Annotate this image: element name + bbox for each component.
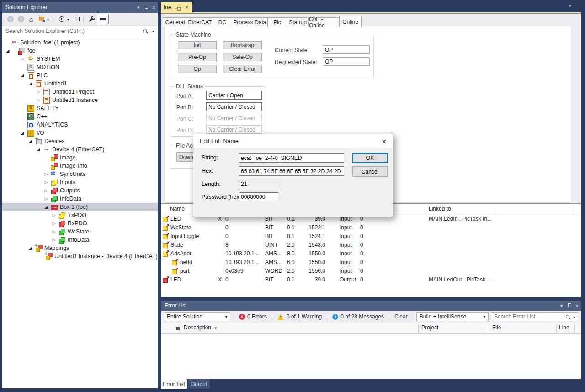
pin-icon[interactable] <box>565 302 573 309</box>
tree-item-system[interactable]: SYSTEM <box>2 55 158 63</box>
pending-changes-filter-icon[interactable] <box>58 15 66 23</box>
expander-icon[interactable] <box>43 178 49 186</box>
document-list-chevron-icon[interactable]: ▼ <box>568 4 572 8</box>
chevron-down-icon[interactable]: ▾ <box>152 29 154 33</box>
tab-output[interactable]: Output <box>188 379 210 389</box>
hex-field[interactable] <box>239 166 344 176</box>
expander-icon[interactable] <box>19 71 26 79</box>
tree-item-txpdo[interactable]: TxPDO <box>2 211 158 219</box>
close-icon[interactable]: × <box>184 4 190 11</box>
close-icon[interactable]: × <box>573 302 581 309</box>
grid-row-wcstate[interactable]: WcState0BIT0.11522.1Input0 <box>161 223 581 232</box>
ok-button[interactable]: OK <box>352 153 388 163</box>
column-header-name[interactable]: Name <box>170 206 185 212</box>
grid-row-adsaddr[interactable]: AdsAddr10.193.20.1...AMS...8.01550.0Inpu… <box>161 249 581 258</box>
tree-item-safety[interactable]: SAFETY <box>2 104 158 112</box>
expander-icon[interactable] <box>43 203 49 211</box>
password-field[interactable] <box>239 192 278 201</box>
close-icon[interactable]: × <box>150 4 158 11</box>
clear-error-button[interactable]: Clear Error <box>223 65 262 73</box>
tree-item-box1-foe[interactable]: Box 1 (foe) <box>2 203 158 211</box>
tab-error-list[interactable]: Error List <box>161 379 187 389</box>
tree-item-motion[interactable]: MOTION <box>2 63 158 71</box>
tab-general[interactable]: General <box>163 17 187 27</box>
sync-active-document-icon[interactable] <box>37 15 46 23</box>
tab-startup[interactable]: Startup <box>287 17 309 27</box>
tree-item-solution[interactable]: Solution 'foe' (1 project) <box>2 38 158 47</box>
expander-icon[interactable] <box>5 47 11 55</box>
tree-item-infodata[interactable]: InfoData <box>2 195 158 203</box>
tab-online[interactable]: Online <box>339 16 362 27</box>
expander-icon[interactable] <box>35 145 42 154</box>
tree-item-mapping-instance[interactable]: Untitled1 Instance - Device 4 (EtherCAT)… <box>2 252 158 260</box>
search-input[interactable] <box>491 313 564 321</box>
tree-item-syncunits[interactable]: SyncUnits <box>2 170 158 178</box>
tree-item-cpp[interactable]: C++ <box>2 112 158 121</box>
preview-selected-items-toggle[interactable] <box>97 14 109 24</box>
cancel-button[interactable]: Cancel <box>352 166 388 177</box>
expander-icon[interactable] <box>19 55 26 63</box>
expander-icon[interactable] <box>35 96 42 104</box>
tree-item-device4-ethercat[interactable]: Device 4 (EtherCAT) <box>2 145 158 154</box>
expander-icon[interactable] <box>35 88 42 96</box>
home-icon[interactable]: ⌂ <box>27 15 35 23</box>
column-header-line[interactable]: Line <box>559 324 569 331</box>
tab-plc[interactable]: Plc <box>268 17 287 27</box>
expander-icon[interactable] <box>51 236 57 244</box>
tree-item-analytics[interactable]: ANALYTICS <box>2 121 158 129</box>
string-field[interactable] <box>239 153 344 163</box>
clear-button[interactable]: Clear <box>393 313 410 320</box>
expander-icon[interactable] <box>51 219 57 228</box>
tab-coe-online[interactable]: CoE - Online <box>309 17 339 27</box>
column-header-description[interactable]: Description▼ <box>184 324 218 331</box>
grid-row-port[interactable]: port0x03e9WORD2.01556.0Input0 <box>161 267 581 275</box>
tree-item-io[interactable]: I/O <box>2 129 158 137</box>
messages-filter-button[interactable]: i 0 of 28 Messages <box>330 313 386 320</box>
tab-ethercat[interactable]: EtherCAT <box>187 17 213 27</box>
expander-icon[interactable] <box>43 195 49 203</box>
expander-icon[interactable] <box>43 186 49 195</box>
properties-wrench-icon[interactable] <box>88 15 96 23</box>
column-header-file[interactable]: File <box>492 324 501 331</box>
init-button[interactable]: Init <box>178 41 217 49</box>
window-menu-chevron-icon[interactable]: ▾ <box>134 4 142 11</box>
document-tab-foe[interactable]: foe × <box>161 2 192 12</box>
search-input[interactable] <box>2 26 158 37</box>
tree-item-untitled1-instance[interactable]: Untitled1 Instance <box>2 96 158 104</box>
tree-item-image-info[interactable]: Image-Info <box>2 162 158 170</box>
tree-item-inputs[interactable]: Inputs <box>2 178 158 186</box>
close-icon[interactable]: ✕ <box>380 138 388 146</box>
scope-dropdown[interactable]: Entire Solution ▾ <box>164 312 230 321</box>
tree-item-mappings[interactable]: Mappings <box>2 244 158 252</box>
collapse-all-icon[interactable] <box>73 15 81 23</box>
forward-icon[interactable]: › <box>17 15 25 23</box>
tree-item-project-foe[interactable]: foe <box>2 47 158 55</box>
tab-process-data[interactable]: Process Data <box>232 17 268 27</box>
tree-item-outputs[interactable]: Outputs <box>2 186 158 195</box>
back-icon[interactable]: ‹ <box>6 15 15 23</box>
tree-item-plc[interactable]: PLC <box>2 71 158 79</box>
pin-icon[interactable] <box>142 4 150 11</box>
chevron-down-icon[interactable]: ▾ <box>574 315 575 319</box>
grid-row-inputtoggle[interactable]: InputToggle0BIT0.11524.1Input0 <box>161 232 581 241</box>
warnings-filter-button[interactable]: 0 of 1 Warning <box>276 313 324 320</box>
chevron-down-icon[interactable]: ▾ <box>66 15 70 23</box>
expander-icon[interactable] <box>51 211 57 219</box>
tree-item-untitled1[interactable]: Untitled1 <box>2 79 158 88</box>
expander-icon[interactable] <box>43 170 49 178</box>
column-header-linked-to[interactable]: Linked to <box>429 206 451 212</box>
build-intellisense-dropdown[interactable]: Build + IntelliSense ▾ <box>416 312 489 321</box>
expander-icon[interactable] <box>27 79 33 88</box>
expander-icon[interactable] <box>27 244 33 252</box>
columns-icon[interactable] <box>176 327 180 328</box>
tree-item-image[interactable]: Image <box>2 154 158 162</box>
pre-op-button[interactable]: Pre-Op <box>178 53 217 61</box>
errors-filter-button[interactable]: × 0 Errors <box>237 313 269 320</box>
tree-item-infodata2[interactable]: InfoData <box>2 236 158 244</box>
safe-op-button[interactable]: Safe-Op <box>223 53 262 61</box>
grid-row-netid[interactable]: netId10.193.20.1...AMS...6.01550.0Input0 <box>161 258 581 267</box>
tree-item-rxpdo[interactable]: RxPDO <box>2 219 158 228</box>
tab-dc[interactable]: DC <box>213 17 232 27</box>
tree-item-devices[interactable]: Devices <box>2 137 158 145</box>
expander-icon[interactable] <box>27 137 33 145</box>
